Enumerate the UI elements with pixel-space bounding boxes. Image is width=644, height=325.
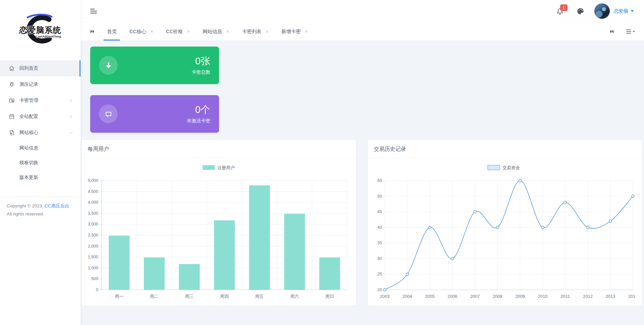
notification-badge: 1	[560, 4, 568, 11]
trade-history-card: 交易历史记录 202530354045505520032004200520062…	[368, 140, 642, 306]
svg-text:3,000: 3,000	[88, 222, 98, 226]
download-arrow-icon	[99, 56, 118, 75]
notifications-button[interactable]: 1	[556, 7, 564, 15]
svg-text:0: 0	[96, 287, 98, 292]
sidebar-subitem-1[interactable]: 模板切换	[0, 155, 80, 170]
stat-cards: 0张卡密总数0个未激活卡密	[80, 47, 644, 133]
tab-label: 网站信息	[203, 28, 222, 35]
tab-close-icon[interactable]: ✕	[150, 29, 153, 34]
svg-text:1,000: 1,000	[88, 266, 98, 270]
config-icon	[9, 114, 15, 120]
tab-label: CC核心	[129, 28, 146, 35]
line-chart: 2025303540455055200320042005200620072008…	[368, 158, 642, 305]
scroll-tabs-right-icon[interactable]	[608, 29, 616, 34]
sidebar-collapse-icon[interactable]	[90, 8, 97, 14]
svg-text:55: 55	[377, 178, 382, 183]
tab-1[interactable]: CC核心✕	[124, 22, 159, 41]
tab-5[interactable]: 新增卡密✕	[276, 22, 313, 41]
svg-text:2009: 2009	[515, 294, 525, 299]
svg-text:2,500: 2,500	[88, 233, 98, 238]
svg-text:周五: 周五	[255, 294, 264, 299]
svg-text:2011: 2011	[560, 294, 570, 299]
home-icon	[9, 65, 15, 71]
bar-chart: 05001,0001,5002,0002,5003,0003,5004,0004…	[82, 158, 356, 305]
svg-text:2012: 2012	[583, 294, 592, 299]
svg-text:5,000: 5,000	[88, 178, 98, 183]
stat-label: 卡密总数	[192, 69, 210, 75]
tab-options-menu-icon[interactable]	[625, 29, 637, 34]
tab-bar: 首页CC核心✕CC价格✕网站信息✕卡密列表✕新增卡密✕	[80, 22, 644, 41]
svg-text:45: 45	[377, 209, 382, 214]
tab-close-icon[interactable]: ✕	[266, 29, 269, 34]
svg-text:2010: 2010	[538, 294, 547, 299]
sidebar-item-4[interactable]: 网站核心	[0, 125, 80, 141]
tab-label: CC价格	[166, 28, 183, 35]
card-key-icon	[9, 97, 15, 104]
copyright-line2: All rights reserved.	[7, 210, 74, 218]
svg-text:50: 50	[377, 194, 382, 199]
svg-text:25: 25	[377, 272, 382, 276]
chevron-right-icon	[69, 99, 73, 103]
bug-icon	[9, 81, 15, 87]
chevron-down-icon	[69, 131, 73, 135]
svg-text:2,000: 2,000	[88, 244, 98, 249]
svg-text:4,000: 4,000	[88, 200, 98, 205]
svg-text:30: 30	[377, 256, 382, 261]
submenu-label: 模板切换	[19, 160, 38, 166]
user-menu-caret-icon[interactable]	[631, 10, 634, 12]
document-icon	[9, 130, 15, 136]
sidebar-subitem-2[interactable]: 版本更新	[0, 170, 80, 185]
sidebar-menu: 回到首页测压记录卡密管理全站配置网站核心网站信息模板切换版本更新	[0, 60, 80, 185]
scroll-tabs-left-icon[interactable]	[88, 29, 96, 34]
svg-text:注册用户: 注册用户	[217, 165, 235, 170]
logo-subtitle: LianAiNaoXiTong	[36, 35, 61, 38]
user-name[interactable]: 恋爱脑	[614, 8, 629, 14]
svg-text:周六: 周六	[290, 294, 299, 299]
sidebar-item-label: 全站配置	[19, 114, 38, 120]
svg-text:40: 40	[377, 225, 382, 230]
copyright-link[interactable]: CC测压后台	[45, 203, 69, 208]
tab-4[interactable]: 卡密列表✕	[237, 22, 274, 41]
sidebar-item-1[interactable]: 测压记录	[0, 76, 80, 92]
copyright-text: Copyright © 2023.	[7, 203, 43, 208]
svg-text:2003: 2003	[380, 294, 389, 299]
tab-0[interactable]: 首页	[102, 22, 122, 41]
app-logo: 恋爱脑系统 LianAiNaoXiTong	[13, 5, 67, 55]
sidebar-subitem-0[interactable]: 网站信息	[0, 141, 80, 155]
svg-text:2008: 2008	[492, 294, 502, 299]
theme-palette-icon[interactable]	[577, 7, 584, 15]
sidebar-item-0[interactable]: 回到首页	[0, 60, 80, 76]
sidebar-item-label: 卡密管理	[19, 97, 38, 104]
sidebar-item-3[interactable]: 全站配置	[0, 109, 80, 125]
main-column: 1 恋爱脑 首页	[80, 0, 644, 325]
svg-text:2006: 2006	[447, 294, 457, 299]
stat-card-1: 0个未激活卡密	[90, 95, 219, 133]
sidebar-item-label: 测压记录	[19, 81, 38, 87]
top-header: 1 恋爱脑	[80, 0, 644, 22]
logo-title: 恋爱脑系统	[14, 25, 66, 36]
tab-label: 新增卡密	[281, 28, 301, 35]
submenu-label: 网站信息	[19, 145, 38, 151]
svg-text:2005: 2005	[425, 294, 435, 299]
svg-text:2013: 2013	[605, 294, 615, 299]
chevron-right-icon	[69, 115, 73, 119]
tab-close-icon[interactable]: ✕	[226, 29, 229, 34]
tab-close-icon[interactable]: ✕	[305, 29, 308, 34]
tab-3[interactable]: 网站信息✕	[197, 22, 234, 41]
sidebar-item-2[interactable]: 卡密管理	[0, 92, 80, 109]
header-actions: 1 恋爱脑	[556, 3, 634, 19]
svg-text:35: 35	[377, 241, 382, 245]
user-avatar[interactable]	[594, 3, 610, 19]
tab-2[interactable]: CC价格✕	[161, 22, 195, 41]
sidebar-item-label: 网站核心	[19, 130, 38, 136]
svg-text:2007: 2007	[470, 294, 480, 299]
svg-text:交易资金: 交易资金	[502, 165, 520, 170]
stat-value: 0个	[187, 104, 210, 115]
svg-text:3,500: 3,500	[88, 211, 98, 216]
sidebar-footer: Copyright © 2023. CC测压后台 All rights rese…	[0, 196, 80, 223]
svg-text:1,500: 1,500	[88, 255, 98, 259]
weekly-users-card: 每周用户 05001,0001,5002,0002,5003,0003,5004…	[82, 140, 356, 306]
line-chart-title: 交易历史记录	[368, 140, 642, 158]
svg-text:4,500: 4,500	[88, 189, 98, 194]
tab-close-icon[interactable]: ✕	[187, 29, 190, 34]
